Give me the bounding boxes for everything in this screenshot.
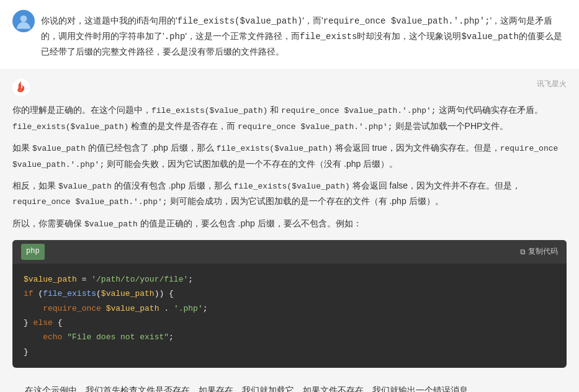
ai-header xyxy=(12,79,567,96)
ai-paragraph-2: 如果 $value_path 的值已经包含了 .php 后缀，那么 file_e… xyxy=(12,140,567,172)
code-line-5: echo "File does not exist"; xyxy=(24,330,555,344)
ai-paragraph-4: 所以，你需要确保 $value_path 的值是正确的，要么包含 .php 后缀… xyxy=(12,216,567,231)
ai-response-block: 讯飞星火 你的理解是正确的。在这个问题中，file_exists($value_… xyxy=(0,69,579,392)
ai-brand-label: 讯飞星火 xyxy=(537,79,567,89)
svg-point-0 xyxy=(20,16,27,22)
user-message-block: 你说的对，这道题中我的if语句用的'file_exists($value_pat… xyxy=(0,0,579,69)
copy-icon: ⧉ xyxy=(520,247,526,256)
copy-label: 复制代码 xyxy=(528,246,558,257)
code-block: php ⧉ 复制代码 $value_path = '/path/to/your/… xyxy=(12,240,567,368)
ai-logo-icon xyxy=(12,79,30,96)
code-line-6: } xyxy=(24,345,555,359)
code-block-body: $value_path = '/path/to/your/file'; if (… xyxy=(12,264,567,368)
ai-content: 你的理解是正确的。在这个问题中，file_exists($value_path)… xyxy=(12,102,567,368)
code-line-1: $value_path = '/path/to/your/file'; xyxy=(24,272,555,287)
ai-paragraph-3: 相反，如果 $value_path 的值没有包含 .php 后缀，那么 file… xyxy=(12,178,567,210)
ai-paragraph-1: 你的理解是正确的。在这个问题中，file_exists($value_path)… xyxy=(12,102,567,134)
code-line-4: } else { xyxy=(24,316,555,330)
code-lang-badge: php xyxy=(21,244,45,260)
user-message-text: 你说的对，这道题中我的if语句用的'file_exists($value_pat… xyxy=(41,10,567,59)
code-line-3: require_once $value_path . '.php'; xyxy=(24,301,555,316)
ai-footer-text: 在这个示例中，我们首先检查文件是否存在，如果存在，我们就加载它。如果文件不存在，… xyxy=(12,376,567,392)
user-avatar xyxy=(12,10,35,32)
chat-container: 你说的对，这道题中我的if语句用的'file_exists($value_pat… xyxy=(0,0,579,392)
code-block-header: php ⧉ 复制代码 xyxy=(12,240,567,264)
copy-code-button[interactable]: ⧉ 复制代码 xyxy=(520,246,558,257)
code-line-2: if (file_exists($value_path)) { xyxy=(24,287,555,301)
